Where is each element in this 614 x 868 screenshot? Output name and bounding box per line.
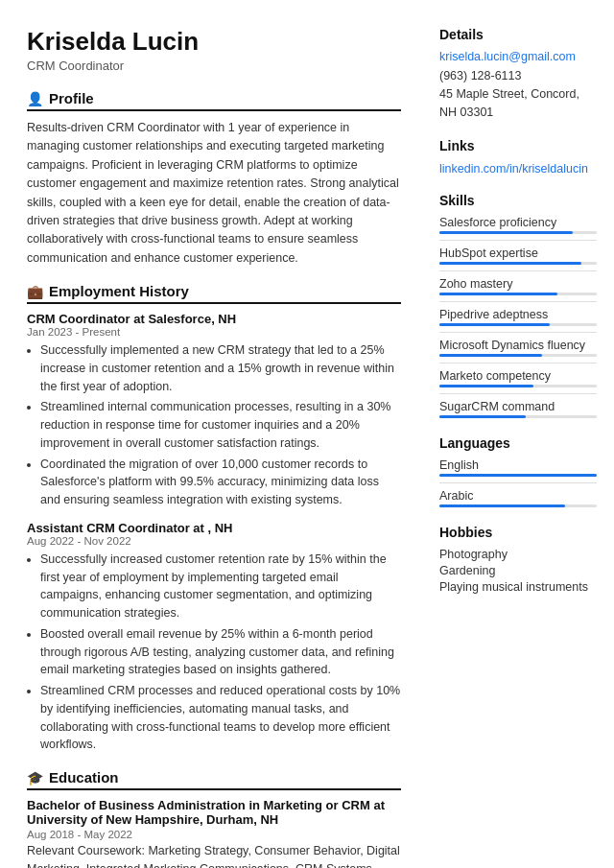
employment-section: 💼 Employment History CRM Coordinator at … (27, 283, 401, 754)
profile-title: 👤 Profile (27, 90, 401, 111)
skill-2-name: HubSpot expertise (439, 246, 597, 260)
skill-3-bar-bg (439, 293, 597, 295)
links-title: Links (439, 138, 597, 153)
edu-date: Aug 2018 - May 2022 (27, 829, 401, 840)
skill-6-bar-bg (439, 385, 597, 387)
skill-6-name: Marketo competency (439, 369, 597, 383)
list-item: Successfully increased customer retentio… (40, 551, 401, 622)
job-1-title: CRM Coordinator at Salesforce, NH (27, 312, 401, 326)
left-column: Kriselda Lucin CRM Coordinator 👤 Profile… (0, 0, 422, 868)
candidate-title: CRM Coordinator (27, 59, 401, 73)
lang-2-bar-bg (439, 504, 597, 507)
job-1-date: Jan 2023 - Present (27, 326, 401, 338)
skill-5-bar-bg (439, 354, 597, 357)
candidate-name: Kriselda Lucin (27, 27, 401, 57)
address-text: 45 Maple Street, Concord, NH 03301 (439, 85, 597, 122)
skill-3-bar-fill (439, 293, 557, 295)
list-item: Coordinated the migration of over 10,000… (40, 456, 401, 509)
list-item: Streamlined CRM processes and reduced op… (40, 682, 401, 754)
skills-section: Skills Salesforce proficiency HubSpot ex… (439, 193, 597, 418)
linkedin-link[interactable]: linkedin.com/in/kriseldalucin (439, 162, 588, 176)
skill-2: HubSpot expertise (439, 246, 597, 265)
employment-icon: 💼 (27, 284, 43, 299)
lang-2-name: Arabic (439, 489, 597, 503)
skill-1: Salesforce proficiency (439, 216, 597, 234)
skill-5-bar-fill (439, 354, 542, 357)
lang-1-name: English (439, 458, 597, 472)
skill-7-bar-bg (439, 415, 597, 418)
edu-degree: Bachelor of Business Administration in M… (27, 798, 401, 827)
skill-7: SugarCRM command (439, 400, 597, 418)
skill-6-bar-fill (439, 385, 533, 387)
edu-coursework: Relevant Coursework: Marketing Strategy,… (27, 842, 401, 868)
job-1-bullets: Successfully implemented a new CRM strat… (27, 341, 401, 509)
profile-icon: 👤 (27, 91, 43, 106)
profile-section: 👤 Profile Results-driven CRM Coordinator… (27, 90, 401, 268)
hobbies-section: Hobbies Photography Gardening Playing mu… (439, 525, 597, 594)
employment-title: 💼 Employment History (27, 283, 401, 304)
hobbies-title: Hobbies (439, 525, 597, 540)
skill-7-bar-fill (439, 415, 526, 418)
job-2-bullets: Successfully increased customer retentio… (27, 551, 401, 754)
hobby-1: Photography (439, 548, 597, 561)
header: Kriselda Lucin CRM Coordinator (27, 27, 401, 73)
lang-1-bar-fill (439, 474, 597, 477)
skill-4: Pipedrive adeptness (439, 308, 597, 326)
skill-6: Marketo competency (439, 369, 597, 387)
job-1: CRM Coordinator at Salesforce, NH Jan 20… (27, 312, 401, 509)
list-item: Streamlined internal communication proce… (40, 398, 401, 452)
profile-text: Results-driven CRM Coordinator with 1 ye… (27, 119, 401, 268)
skill-5-name: Microsoft Dynamics fluency (439, 339, 597, 352)
lang-1: English (439, 458, 597, 477)
skill-3: Zoho mastery (439, 277, 597, 295)
languages-section: Languages English Arabic (439, 435, 597, 507)
education-icon: 🎓 (27, 770, 43, 786)
skills-title: Skills (439, 193, 597, 208)
list-item: Successfully implemented a new CRM strat… (40, 341, 401, 395)
skill-2-bar-bg (439, 262, 597, 265)
skill-1-bar-bg (439, 231, 597, 234)
job-2-date: Aug 2022 - Nov 2022 (27, 535, 401, 547)
details-section: Details kriselda.lucin@gmail.com (963) 1… (439, 27, 597, 121)
right-column: Details kriselda.lucin@gmail.com (963) 1… (422, 0, 614, 868)
lang-1-bar-bg (439, 474, 597, 477)
links-section: Links linkedin.com/in/kriseldalucin (439, 138, 597, 176)
education-section: 🎓 Education Bachelor of Business Adminis… (27, 769, 401, 868)
page: Kriselda Lucin CRM Coordinator 👤 Profile… (0, 0, 614, 868)
skill-3-name: Zoho mastery (439, 277, 597, 291)
skill-4-bar-bg (439, 323, 597, 326)
education-title: 🎓 Education (27, 769, 401, 790)
list-item: Boosted overall email revenue by 25% wit… (40, 625, 401, 679)
skill-7-name: SugarCRM command (439, 400, 597, 413)
lang-2: Arabic (439, 489, 597, 507)
skill-1-bar-fill (439, 231, 573, 234)
details-title: Details (439, 27, 597, 42)
email-link[interactable]: kriselda.lucin@gmail.com (439, 50, 597, 63)
job-2-title: Assistant CRM Coordinator at , NH (27, 521, 401, 535)
skill-4-bar-fill (439, 323, 550, 326)
languages-title: Languages (439, 435, 597, 451)
skill-2-bar-fill (439, 262, 581, 265)
phone-text: (963) 128-6113 (439, 67, 597, 85)
hobby-3: Playing musical instruments (439, 580, 597, 594)
lang-2-bar-fill (439, 504, 565, 507)
skill-1-name: Salesforce proficiency (439, 216, 597, 229)
job-2: Assistant CRM Coordinator at , NH Aug 20… (27, 521, 401, 754)
skill-5: Microsoft Dynamics fluency (439, 339, 597, 357)
skill-4-name: Pipedrive adeptness (439, 308, 597, 321)
hobby-2: Gardening (439, 564, 597, 577)
